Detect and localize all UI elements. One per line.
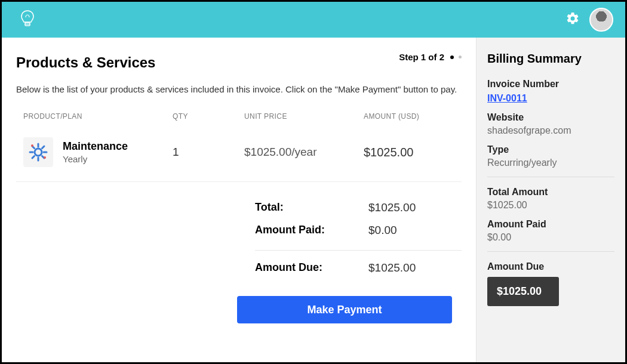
app-logo — [20, 10, 35, 30]
col-product: PRODUCT/PLAN — [23, 112, 173, 121]
website-value: shadesofgrape.com — [487, 125, 614, 136]
amount-cell: $1025.00 — [364, 146, 458, 159]
svg-point-2 — [35, 149, 42, 156]
sb-total-amount-value: $1025.00 — [487, 200, 614, 211]
page-title: Products & Services — [16, 54, 462, 71]
col-amount: AMOUNT (USD) — [364, 112, 458, 121]
totals-block: Total: $1025.00 Amount Paid: $0.00 Amoun… — [255, 196, 462, 279]
invoice-number-link[interactable]: INV-0011 — [487, 93, 614, 104]
sb-amount-paid-label: Amount Paid — [487, 219, 614, 230]
amount-paid-label: Amount Paid: — [255, 224, 368, 237]
svg-line-10 — [42, 146, 45, 149]
gear-icon — [27, 141, 49, 163]
product-cycle: Yearly — [63, 154, 128, 164]
qty-cell: 1 — [173, 146, 244, 159]
sidebar-divider — [487, 177, 614, 177]
table-header: PRODUCT/PLAN QTY UNIT PRICE AMOUNT (USD) — [16, 106, 462, 127]
type-value: Recurring/yearly — [487, 158, 614, 168]
totals-divider — [255, 250, 462, 251]
sb-total-amount-label: Total Amount — [487, 187, 614, 198]
svg-point-11 — [31, 144, 33, 147]
sb-amount-paid-value: $0.00 — [487, 232, 614, 243]
type-label: Type — [487, 144, 614, 155]
header-actions — [565, 8, 613, 32]
sb-amount-due-label: Amount Due — [487, 261, 614, 272]
sidebar-divider-2 — [487, 251, 614, 252]
lightbulb-icon — [20, 10, 35, 30]
website-label: Website — [487, 112, 614, 123]
billing-summary-panel: Billing Summary Invoice Number INV-0011 … — [476, 38, 625, 362]
main-panel: Step 1 of 2 Products & Services Below is… — [2, 38, 476, 362]
amount-paid-value: $0.00 — [368, 224, 462, 237]
svg-point-12 — [44, 156, 46, 159]
step-indicator: Step 1 of 2 — [399, 52, 462, 62]
product-name: Maintenance — [63, 140, 128, 153]
table-row: Maintenance Yearly 1 $1025.00/year $1025… — [16, 127, 462, 182]
col-unit-price: UNIT PRICE — [244, 112, 364, 121]
product-icon — [23, 137, 53, 167]
total-value: $1025.00 — [368, 201, 462, 214]
amount-due-value: $1025.00 — [368, 261, 462, 274]
make-payment-button[interactable]: Make Payment — [237, 296, 452, 323]
total-label: Total: — [255, 201, 368, 214]
sb-amount-due-box: $1025.00 — [487, 277, 559, 306]
settings-icon[interactable] — [565, 11, 580, 28]
step-dot-inactive — [459, 55, 462, 58]
col-qty: QTY — [173, 112, 244, 121]
sidebar-title: Billing Summary — [487, 52, 614, 66]
amount-due-label: Amount Due: — [255, 261, 368, 274]
user-avatar[interactable] — [589, 8, 613, 32]
svg-line-9 — [32, 156, 35, 159]
step-dot-active — [450, 55, 454, 59]
step-label: Step 1 of 2 — [399, 52, 444, 62]
product-cell: Maintenance Yearly — [23, 137, 173, 167]
unit-price-cell: $1025.00/year — [244, 146, 364, 159]
invoice-number-label: Invoice Number — [487, 79, 614, 90]
page-subtitle: Below is the list of your products & ser… — [16, 84, 462, 94]
app-header — [2, 2, 625, 38]
